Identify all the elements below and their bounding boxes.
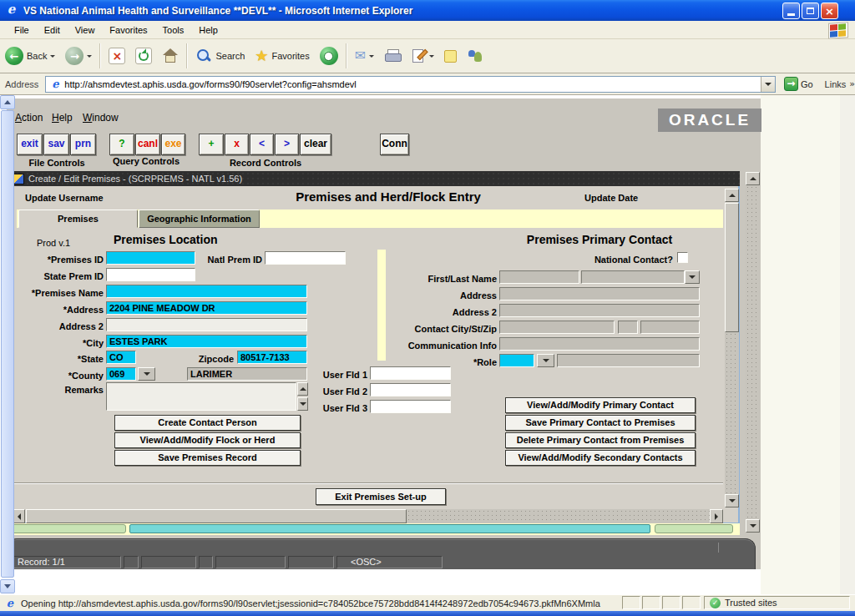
tab-geographic-information[interactable]: Geographic Information <box>139 210 260 228</box>
edit-dropdown-icon[interactable] <box>429 55 434 60</box>
zipcode-field[interactable] <box>237 351 307 364</box>
refresh-button[interactable] <box>130 42 157 70</box>
view-add-modify-flock-or-herd-button[interactable]: View/Add/Modify Flock or Herd <box>114 432 301 448</box>
forward-dropdown-icon[interactable] <box>87 55 92 60</box>
mdi-hscroll-thumb[interactable] <box>26 509 407 523</box>
print-form-button[interactable]: prn <box>70 134 96 155</box>
premises-name-field[interactable] <box>106 285 307 298</box>
city-field[interactable] <box>106 335 307 348</box>
create-contact-person-button[interactable]: Create Contact Person <box>114 415 301 431</box>
role-field[interactable] <box>499 354 534 367</box>
home-button[interactable] <box>157 42 184 70</box>
mdi-hscroll-track[interactable] <box>407 509 710 523</box>
next-record-button[interactable]: > <box>275 134 299 155</box>
delete-record-button[interactable]: x <box>225 134 249 155</box>
browser-scroll-thumb[interactable] <box>1 110 14 578</box>
premises-id-field[interactable] <box>106 251 195 265</box>
menu-file[interactable]: File <box>7 23 37 38</box>
address-dropdown-button[interactable] <box>761 77 775 92</box>
clear-button[interactable]: clear <box>300 134 331 155</box>
exit-premises-setup-button[interactable]: Exit Premises Set-up <box>316 488 446 505</box>
back-button[interactable]: ← Back <box>0 42 60 70</box>
home-icon <box>162 48 179 63</box>
status-cell <box>124 556 139 568</box>
mail-dropdown-icon[interactable] <box>369 55 374 60</box>
stop-button[interactable]: × <box>104 42 130 70</box>
previous-record-button[interactable]: < <box>250 134 274 155</box>
messenger-button[interactable] <box>462 42 488 70</box>
conn-button[interactable]: Conn <box>380 134 409 155</box>
query-button[interactable]: ? <box>109 134 134 155</box>
view-add-modify-primary-contact-button[interactable]: View/Add/Modify Primary Contact <box>505 397 696 413</box>
menu-tools[interactable]: Tools <box>155 23 192 38</box>
history-button[interactable] <box>315 42 343 70</box>
mdi-window-titlebar[interactable]: Create / Edit Premises - (SCRPREMS - NAT… <box>10 171 740 186</box>
first-last-name-label: First/Last Name <box>397 273 497 285</box>
user-fld-3-field[interactable] <box>370 400 451 413</box>
mdi-vscroll-down-button[interactable] <box>725 494 739 507</box>
exit-button[interactable]: exit <box>17 134 43 155</box>
remarks-field[interactable] <box>106 382 296 411</box>
favorites-button[interactable]: ★ Favorites <box>250 42 314 70</box>
save-premises-record-button[interactable]: Save Premises Record <box>114 450 301 466</box>
menu-view[interactable]: View <box>68 23 103 38</box>
user-fld-1-field[interactable] <box>370 366 451 380</box>
execute-query-button[interactable]: exe <box>161 134 185 155</box>
mdi-vscroll-up-button[interactable] <box>725 189 739 202</box>
print-button[interactable] <box>379 42 406 70</box>
applet-hscroll-track-left[interactable] <box>12 524 126 533</box>
state-field[interactable] <box>106 351 136 364</box>
view-add-modify-secondary-contacts-button[interactable]: View/Add/Modify Secondary Contacts <box>505 450 696 466</box>
county-dropdown-button[interactable] <box>138 367 155 381</box>
address2-field[interactable] <box>106 318 307 331</box>
role-dropdown-button[interactable] <box>537 354 554 367</box>
status-divider <box>718 543 719 553</box>
applet-menu-help[interactable]: Help <box>52 112 73 124</box>
applet-hscroll-thumb[interactable] <box>129 524 650 533</box>
applet-hscroll-track-right[interactable] <box>655 524 733 533</box>
save-primary-contact-button[interactable]: Save Primary Contact to Premises <box>505 415 696 431</box>
links-button[interactable]: Links » <box>825 78 855 89</box>
delete-primary-contact-button[interactable]: Delete Primary Contact from Premises <box>505 432 696 448</box>
mdi-vscroll-track[interactable] <box>725 332 739 494</box>
applet-vscroll-track[interactable] <box>746 185 760 519</box>
applet-vscroll-down-button[interactable] <box>746 519 760 533</box>
address-field[interactable] <box>106 301 307 315</box>
national-contact-checkbox[interactable] <box>677 252 688 263</box>
save-button[interactable]: sav <box>43 134 69 155</box>
minimize-button[interactable] <box>782 3 800 19</box>
applet-menu-window[interactable]: Window <box>83 112 119 124</box>
state-prem-id-field[interactable] <box>106 268 195 281</box>
browser-scroll-down-button[interactable] <box>0 579 15 593</box>
forward-button[interactable]: → <box>60 42 97 70</box>
mdi-vscroll-thumb[interactable] <box>725 203 739 332</box>
close-button[interactable]: × <box>821 3 838 19</box>
remarks-scroll-down-button[interactable] <box>297 397 308 411</box>
address-input[interactable] <box>64 78 761 91</box>
premises-location-heading: Premises Location <box>114 233 218 246</box>
natl-prem-id-field[interactable] <box>265 251 346 265</box>
mail-button[interactable]: ✉ <box>350 42 379 70</box>
search-button[interactable]: Search <box>190 42 250 70</box>
restore-button[interactable] <box>802 3 819 19</box>
edit-button[interactable] <box>406 42 439 70</box>
go-button[interactable]: → Go <box>781 76 817 92</box>
remarks-scroll-up-button[interactable] <box>297 382 308 396</box>
back-dropdown-icon[interactable] <box>50 55 55 60</box>
browser-scroll-up-button[interactable] <box>0 95 15 109</box>
menu-help[interactable]: Help <box>191 23 225 38</box>
premises-primary-contact-heading: Premises Primary Contact <box>499 233 700 246</box>
applet-menu-action[interactable]: Action <box>15 112 43 124</box>
insert-record-button[interactable]: + <box>199 134 224 155</box>
discuss-button[interactable] <box>439 42 462 70</box>
menu-edit[interactable]: Edit <box>37 23 68 38</box>
tab-premises[interactable]: Premises <box>18 210 138 228</box>
menu-favorites[interactable]: Favorites <box>102 23 154 38</box>
mdi-hscroll-right-button[interactable] <box>710 509 723 523</box>
name-dropdown-button[interactable] <box>685 270 700 284</box>
query-controls-label: Query Controls <box>104 156 188 166</box>
applet-vscroll-up-button[interactable] <box>746 172 760 185</box>
cancel-query-button[interactable]: canl <box>135 134 160 155</box>
county-field[interactable] <box>106 367 136 381</box>
user-fld-2-field[interactable] <box>370 383 451 396</box>
